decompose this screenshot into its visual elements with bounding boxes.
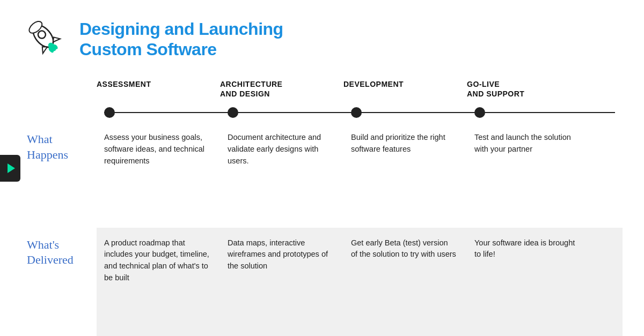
what-happens-cell-3: Build and prioritize the right software … [343, 132, 467, 167]
what-happens-cell-2: Document architecture and validate early… [220, 132, 343, 167]
phase-headers: ASSESSMENT ARCHITECTUREAND DESIGN DEVELO… [97, 74, 623, 99]
what-happens-cell-4: Test and launch the solution with your p… [467, 132, 590, 167]
whats-delivered-cell-1: A product roadmap that includes your bud… [97, 237, 220, 284]
play-button[interactable] [0, 155, 20, 182]
timeline-dot-1 [104, 107, 115, 118]
rocket-icon [21, 15, 70, 63]
timeline-dots [97, 107, 623, 118]
whats-delivered-cell-2: Data maps, interactive wireframes and pr… [220, 237, 343, 284]
timeline-dot-4 [474, 107, 485, 118]
whats-delivered-label: What'sDelivered [27, 237, 86, 268]
timeline-dot-2 [228, 107, 238, 118]
main-content: ASSESSMENT ARCHITECTUREAND DESIGN DEVELO… [0, 74, 644, 336]
header-title: Designing and Launching Custom Software [79, 19, 283, 60]
whats-delivered-row: What'sDelivered A product roadmap that i… [97, 228, 623, 336]
what-happens-row: WhatHappens Assess your business goals, … [97, 122, 623, 227]
header: Designing and Launching Custom Software [0, 0, 644, 74]
columns-wrapper: ASSESSMENT ARCHITECTUREAND DESIGN DEVELO… [97, 74, 623, 336]
play-icon [8, 163, 15, 173]
whats-delivered-cell-3: Get early Beta (test) version of the sol… [343, 237, 467, 284]
phase-header-architecture: ARCHITECTUREAND DESIGN [220, 79, 343, 99]
dot-cell-3 [343, 107, 467, 118]
whats-delivered-cell-4: Your software idea is brought to life! [467, 237, 590, 284]
what-happens-cells: Assess your business goals, software ide… [97, 132, 623, 167]
dot-cell-1 [97, 107, 220, 118]
what-happens-label: WhatHappens [27, 132, 86, 162]
what-happens-cell-1: Assess your business goals, software ide… [97, 132, 220, 167]
phase-header-development: DEVELOPMENT [343, 79, 467, 99]
whats-delivered-cells: A product roadmap that includes your bud… [97, 237, 623, 284]
phase-header-assessment: ASSESSMENT [97, 79, 220, 99]
timeline [97, 103, 623, 122]
dot-cell-2 [220, 107, 343, 118]
timeline-dot-3 [351, 107, 362, 118]
page: Designing and Launching Custom Software … [0, 0, 644, 336]
dot-cell-4 [467, 107, 590, 118]
phase-header-golive: GO-LIVEAND SUPPORT [467, 79, 590, 99]
title-line1: Designing and Launching Custom Software [79, 19, 283, 60]
